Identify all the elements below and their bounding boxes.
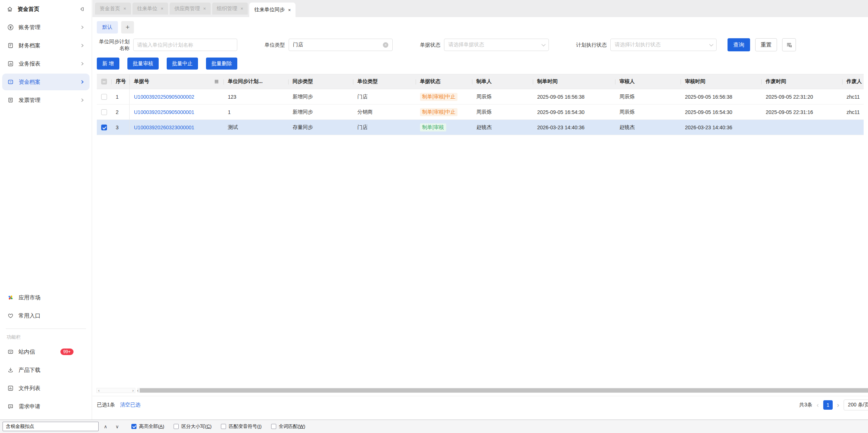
sidebar-item-label: 文件列表	[19, 385, 40, 392]
header-cell: 制单人	[472, 74, 533, 89]
row-checkbox[interactable]	[101, 94, 107, 100]
match-diacritics-checkbox[interactable]	[221, 424, 226, 429]
sidebar-item-product-download[interactable]: 产品下载	[2, 362, 90, 378]
doc-no-link[interactable]: U10003920250905000002	[134, 94, 194, 100]
plan-name-cell: 1	[223, 105, 288, 119]
add-button[interactable]: 新 增	[97, 58, 119, 70]
tab-org-management[interactable]: 组织管理 ×	[212, 3, 248, 15]
scroll-left-icon[interactable]: ‹	[98, 389, 99, 393]
create-time-cell: 2026-03-23 14:40:36	[533, 120, 615, 135]
mail-icon	[7, 349, 14, 355]
sync-plan-table: 序号 单据号 单位同步计划... 同步类型 单位类型 单据状态 制单人 制单时间…	[97, 74, 864, 135]
prev-page-icon[interactable]: ‹	[817, 402, 819, 408]
sidebar-item-label: 常用入口	[19, 312, 40, 319]
match-diacritics-option[interactable]: 匹配变音符号(I)	[221, 423, 261, 430]
batch-delete-button[interactable]: 批量删除	[206, 58, 237, 70]
tab-label: 往来单位	[137, 5, 158, 12]
chevron-down-icon	[709, 42, 713, 46]
sidebar-item-account-management[interactable]: 账务管理	[2, 19, 90, 36]
column-menu-icon[interactable]	[214, 79, 219, 84]
sidebar-item-business-reports[interactable]: 业务报表	[2, 55, 90, 72]
sidebar-item-app-market[interactable]: 应用市场	[2, 289, 90, 306]
find-input[interactable]	[3, 422, 99, 431]
doc-no-link[interactable]: U10003920250905000001	[134, 109, 194, 115]
match-case-option[interactable]: 区分大小写(C)	[174, 423, 211, 430]
auditor-cell: 周辰烁	[615, 105, 681, 119]
clear-selected-link[interactable]: 清空已选	[120, 402, 140, 408]
unit-type-input[interactable]: 门店 ×	[289, 39, 393, 51]
scroll-left-icon[interactable]: ‹	[137, 389, 138, 393]
close-icon[interactable]: ×	[123, 6, 126, 11]
download-icon	[7, 367, 14, 373]
sidebar-item-finance-archive[interactable]: 财务档案	[2, 37, 90, 54]
sidebar-item-site-mail[interactable]: 站内信 99+	[2, 343, 90, 360]
highlight-all-checkbox[interactable]	[131, 424, 136, 429]
sync-type-cell: 新增同步	[288, 105, 353, 119]
close-icon[interactable]: ×	[288, 7, 291, 13]
batch-audit-button[interactable]: 批量审核	[127, 58, 159, 70]
sidebar-item-file-list[interactable]: 文件列表	[2, 380, 90, 397]
scroll-right-icon[interactable]: ›	[132, 389, 134, 393]
header-cell: 单据状态	[416, 74, 472, 89]
close-icon[interactable]: ×	[203, 6, 206, 11]
row-checkbox[interactable]	[101, 125, 107, 130]
next-page-icon[interactable]: ›	[837, 402, 839, 408]
tab-counterparty-sync[interactable]: 往来单位同步 ×	[249, 3, 296, 17]
frozen-columns-scrollbar[interactable]: ‹ ›	[96, 388, 135, 393]
clear-icon[interactable]: ×	[383, 42, 388, 48]
scrollbar-thumb[interactable]	[140, 388, 868, 393]
table-row[interactable]: 3 U10003920260323000001 测试 存量同步 门店 制单|审核…	[97, 120, 864, 135]
plan-name-input[interactable]	[133, 39, 237, 51]
tab-fund-home[interactable]: 资金首页 ×	[95, 3, 131, 15]
add-preset-button[interactable]: +	[121, 21, 134, 34]
finance-archive-icon	[7, 42, 14, 49]
chevron-right-icon	[80, 62, 84, 66]
audit-time-cell: 2025-09-05 16:56:38	[681, 89, 761, 104]
header-cell-select-all	[97, 74, 111, 89]
pagination: 共3条 ‹ 1 › 200 条/页	[799, 399, 868, 410]
doc-status-select[interactable]: 请选择单据状态	[444, 39, 549, 51]
sidebar-item-fund-archive[interactable]: 资金档案	[2, 74, 90, 90]
find-next-icon[interactable]: ∨	[112, 422, 122, 431]
preset-default-chip[interactable]: 默认	[97, 21, 118, 34]
collapse-sidebar-icon[interactable]	[79, 6, 85, 12]
page-size-select[interactable]: 200 条/页	[844, 399, 868, 410]
sidebar-spacer	[0, 109, 92, 288]
batch-stop-button[interactable]: 批量中止	[167, 58, 198, 70]
main-scrollbar[interactable]: ‹	[137, 388, 868, 393]
highlight-all-option[interactable]: 高亮全部(A)	[131, 423, 164, 430]
table-row[interactable]: 1 U10003920250905000002 123 新增同步 门店 制单|审…	[97, 89, 864, 105]
sidebar-item-favorites[interactable]: 常用入口	[2, 307, 90, 324]
table-row[interactable]: 2 U10003920250905000001 1 新增同步 分销商 制单|审核…	[97, 105, 864, 120]
whole-words-checkbox[interactable]	[271, 424, 276, 429]
doc-status-label: 单据状态	[420, 42, 440, 48]
sidebar-title: 资金首页	[17, 6, 74, 13]
void-by-cell	[842, 120, 864, 135]
filter-preset-row: 默认 +	[92, 17, 868, 34]
plan-exec-status-select[interactable]: 请选择计划执行状态	[610, 39, 717, 51]
reset-button[interactable]: 重置	[755, 38, 777, 51]
doc-no-link[interactable]: U10003920260323000001	[134, 125, 194, 130]
find-previous-icon[interactable]: ∧	[101, 422, 110, 431]
tab-supplier-management[interactable]: 供应商管理 ×	[170, 3, 211, 15]
whole-words-option[interactable]: 全词匹配(W)	[271, 423, 305, 430]
sidebar-item-request-apply[interactable]: 需求申请	[2, 398, 90, 415]
current-page-button[interactable]: 1	[823, 400, 833, 410]
select-all-checkbox[interactable]	[101, 79, 107, 84]
advanced-filter-button[interactable]	[782, 38, 796, 51]
tab-counterparty[interactable]: 往来单位 ×	[132, 3, 169, 15]
unit-type-value: 门店	[293, 42, 303, 48]
close-icon[interactable]: ×	[241, 6, 243, 11]
match-case-checkbox[interactable]	[174, 424, 179, 429]
row-checkbox[interactable]	[101, 109, 107, 115]
sidebar-item-label: 资金档案	[19, 79, 40, 86]
sidebar-item-invoice-management[interactable]: 发票管理	[2, 92, 90, 109]
main-area: 资金首页 × 往来单位 × 供应商管理 × 组织管理 × 往来单位同步 × 默认…	[92, 0, 868, 433]
search-button[interactable]: 查询	[728, 38, 750, 51]
status-badge: 制单|审核	[420, 123, 446, 131]
close-icon[interactable]: ×	[161, 6, 164, 11]
sidebar-section-label: 功能栏	[0, 331, 92, 343]
header-cell: 审核人	[615, 74, 681, 89]
header-cell: 作废时间	[761, 74, 842, 89]
header-cell: 制单时间	[533, 74, 615, 89]
